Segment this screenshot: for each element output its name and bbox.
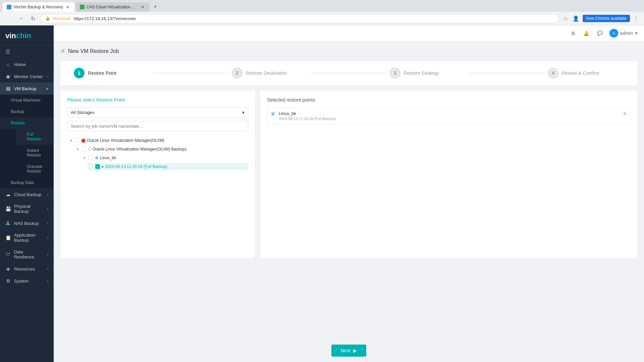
chevron-system: › bbox=[47, 279, 48, 283]
right-panel: Selected restore points 🖥 Linux_bk 2024-… bbox=[260, 90, 637, 258]
step-number-4: 4 bbox=[552, 70, 554, 76]
chevron-application-backup: › bbox=[47, 236, 48, 240]
browser-chrome: Vinchin Backup & Recovery ✕ CAS Cloud Vi… bbox=[0, 0, 644, 25]
step-circle-3: 3 bbox=[390, 68, 400, 78]
sidebar-label-system: System bbox=[14, 279, 29, 284]
tab-close-cas[interactable]: ✕ bbox=[140, 4, 146, 10]
chrome-available-banner[interactable]: New Chrome available bbox=[583, 15, 630, 22]
sidebar-item-nas-backup[interactable]: 🖧 NAS Backup › bbox=[0, 217, 54, 229]
sidebar-nav: ⌂ Home ◉ Monitor Center › ▤ VM Backup ∨ … bbox=[0, 58, 54, 362]
step-label-4: Review & Confirm bbox=[562, 70, 599, 76]
chevron-monitor: › bbox=[47, 75, 48, 78]
tree-row-backup-point[interactable]: ▼ ✓ ● 2024-08-13 11:26:34 (Full Backup) bbox=[87, 163, 248, 170]
olvm-backup1-label: Oracle Linux Virtualization Manager(OLVM… bbox=[93, 147, 187, 152]
sidebar-label-virtual-machines: Virtual Machines bbox=[11, 98, 41, 103]
next-button[interactable]: Next ▶ bbox=[331, 345, 366, 357]
sidebar-item-home[interactable]: ⌂ Home bbox=[0, 58, 54, 70]
grid-icon[interactable]: ⊞ bbox=[570, 29, 577, 37]
step-connector-2 bbox=[311, 73, 387, 73]
user-avatar: A bbox=[609, 29, 618, 38]
sidebar-label-resources: Resources bbox=[14, 266, 35, 272]
main-content: ⊞ 🔔 💬 A admin ▾ ↺ New VM Restore Job bbox=[54, 25, 644, 362]
tree-children-linux-bk: ▼ ✓ ● 2024-08-13 11:26:34 (Full Backup) bbox=[80, 162, 248, 172]
chevron-cloud-backup: › bbox=[47, 193, 48, 196]
sidebar-label-restore: Restore bbox=[11, 121, 25, 125]
storage-dropdown[interactable]: All Storages ▾ bbox=[67, 107, 248, 118]
sidebar-item-restore[interactable]: Restore bbox=[0, 117, 54, 129]
tree-node-oracle-lvm: ▼ ⬤ Oracle Linux Virtualization Manager(… bbox=[67, 135, 248, 176]
tab-close-vinchin[interactable]: ✕ bbox=[65, 4, 70, 10]
resources-icon: ◈ bbox=[5, 266, 11, 272]
tree-row-olvm-backup1[interactable]: ▼ ⬡ Oracle Linux Virtualization Manager(… bbox=[74, 145, 248, 153]
tree-row-oracle-lvm[interactable]: ▼ ⬤ Oracle Linux Virtualization Manager(… bbox=[67, 137, 248, 144]
bell-icon[interactable]: 🔔 bbox=[582, 29, 590, 37]
menu-button[interactable]: ⋮ bbox=[632, 14, 640, 23]
logo-text: vinchin bbox=[5, 32, 31, 40]
tree-toggle-olvm-backup1[interactable]: ▼ bbox=[75, 146, 80, 152]
tab-cas[interactable]: CAS Cloud Virtualization Ma... ✕ bbox=[76, 2, 150, 12]
sidebar-item-physical-backup[interactable]: 💾 Physical Backup › bbox=[0, 200, 54, 217]
tree-toggle-oracle-lvm[interactable]: ▼ bbox=[68, 138, 74, 143]
reload-button[interactable]: ↻ bbox=[28, 14, 38, 23]
user-label: admin bbox=[620, 31, 633, 36]
step-number-1: 1 bbox=[78, 70, 80, 76]
chevron-data-resilience: › bbox=[47, 253, 48, 256]
sidebar-item-backup[interactable]: Backup bbox=[0, 106, 54, 117]
tree-toggle-linux-bk[interactable]: ▼ bbox=[82, 155, 87, 161]
tree-children-oracle-lvm: ▼ ⬡ Oracle Linux Virtualization Manager(… bbox=[67, 144, 248, 174]
tree-checkbox-backup-point[interactable]: ✓ bbox=[95, 164, 100, 169]
remove-selected-item-button[interactable]: ✕ bbox=[623, 111, 627, 116]
lock-icon: 🔒 bbox=[45, 16, 50, 21]
sidebar-label-home: Home bbox=[14, 62, 26, 67]
profile-button[interactable]: 👤 bbox=[571, 14, 581, 23]
sidebar-item-system[interactable]: ⚙ System › bbox=[0, 275, 54, 287]
browser-title-bar: Vinchin Backup & Recovery ✕ CAS Cloud Vi… bbox=[0, 0, 644, 12]
step-connector-3 bbox=[469, 73, 545, 73]
tree-checkbox-olvm-backup1[interactable] bbox=[82, 147, 87, 152]
sidebar-item-cloud-backup[interactable]: ☁ Cloud Backup › bbox=[0, 188, 54, 200]
browser-nav-right: ☆ 👤 New Chrome available ⋮ bbox=[562, 14, 640, 23]
search-input[interactable] bbox=[67, 121, 248, 131]
comment-icon[interactable]: 💬 bbox=[596, 29, 604, 37]
page-header: ↺ New VM Restore Job bbox=[60, 48, 637, 54]
sidebar-item-full-restore[interactable]: Full Restore bbox=[16, 129, 54, 145]
address-bar[interactable]: 🔒 Not secure https://172.18.16.13/?vmrec… bbox=[40, 14, 559, 23]
sidebar-item-granular-restore[interactable]: Granular Restore bbox=[16, 161, 54, 177]
sidebar-item-backup-data[interactable]: Backup Data bbox=[0, 177, 54, 188]
bookmark-button[interactable]: ☆ bbox=[562, 14, 569, 23]
step-restore-strategy: 3 Restore Strategy bbox=[390, 68, 466, 78]
new-tab-button[interactable]: + bbox=[151, 2, 160, 12]
step-label-1: Restore Point bbox=[88, 70, 116, 76]
sidebar-item-vm-backup[interactable]: ▤ VM Backup ∨ bbox=[0, 82, 54, 95]
sidebar-item-virtual-machines[interactable]: Virtual Machines bbox=[0, 95, 54, 106]
selected-item-linux-bk: 🖥 Linux_bk 2024-08-13 11:26:34 (Full Bac… bbox=[267, 107, 631, 124]
back-button[interactable]: ← bbox=[4, 14, 13, 23]
forward-button[interactable]: → bbox=[16, 14, 25, 23]
sidebar-item-monitor[interactable]: ◉ Monitor Center › bbox=[0, 70, 54, 82]
app-header: ⊞ 🔔 💬 A admin ▾ bbox=[54, 25, 644, 41]
sidebar-label-full-restore: Full Restore bbox=[27, 132, 48, 141]
browser-nav: ← → ↻ 🔒 Not secure https://172.18.16.13/… bbox=[0, 12, 644, 25]
page-footer: Next ▶ bbox=[54, 339, 644, 362]
user-badge[interactable]: A admin ▾ bbox=[609, 29, 637, 38]
sidebar: vinchin ☰ ⌂ Home ◉ Monitor Center › ▤ VM… bbox=[0, 25, 54, 362]
chevron-resources: › bbox=[47, 267, 48, 271]
sidebar-label-backup-data: Backup Data bbox=[11, 180, 34, 185]
tree-row-linux-bk[interactable]: ▼ 🖥 Linux_bk bbox=[80, 154, 248, 162]
tree-children-olvm-backup1: ▼ 🖥 Linux_bk bbox=[74, 153, 248, 173]
sidebar-item-application-backup[interactable]: 📋 Application Backup › bbox=[0, 229, 54, 246]
tab-vinchin[interactable]: Vinchin Backup & Recovery ✕ bbox=[3, 2, 74, 12]
vm-backup-submenu: Virtual Machines Backup Restore Full Res… bbox=[0, 95, 54, 188]
tree-checkbox-linux-bk[interactable] bbox=[89, 156, 93, 160]
restore-job-icon: ↺ bbox=[60, 48, 65, 54]
sidebar-item-instant-restore[interactable]: Instant Restore bbox=[16, 145, 54, 161]
sidebar-item-resources[interactable]: ◈ Resources › bbox=[0, 263, 54, 275]
sidebar-item-data-resilience[interactable]: 🛡 Data Resilience › bbox=[0, 246, 54, 263]
step-restore-point: 1 Restore Point bbox=[74, 68, 150, 78]
selected-item-name: Linux_bk bbox=[279, 111, 620, 116]
sidebar-toggle[interactable]: ☰ bbox=[0, 45, 54, 58]
tree-checkbox-oracle-lvm[interactable] bbox=[75, 138, 80, 143]
sidebar-logo: vinchin bbox=[0, 25, 54, 45]
page-area: ↺ New VM Restore Job 1 Restore Point 2 R… bbox=[54, 41, 644, 339]
data-resilience-icon: 🛡 bbox=[5, 252, 11, 257]
